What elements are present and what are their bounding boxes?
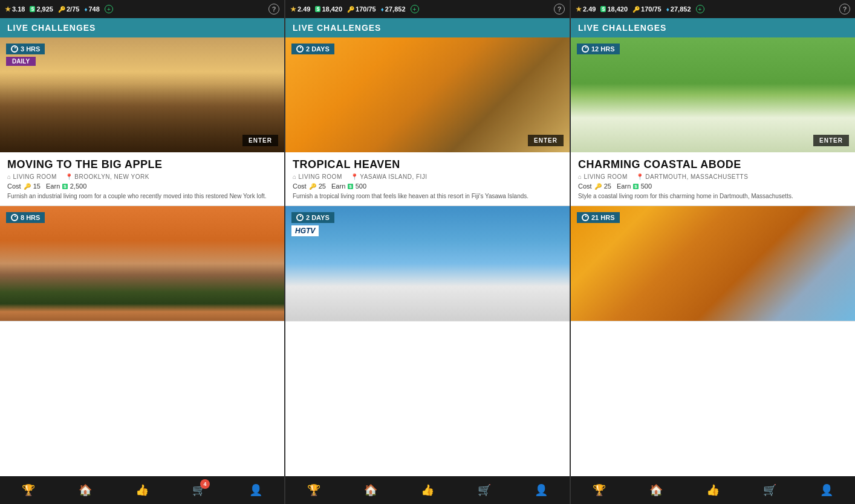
add-currency-button[interactable]: + xyxy=(696,5,704,13)
key-icon: 🔑 xyxy=(632,6,640,13)
nav-home[interactable]: 🏠 xyxy=(73,478,97,502)
diamond-icon: ♦ xyxy=(84,6,87,13)
room-type: ⌂ LIVING ROOM xyxy=(293,173,342,180)
challenges-content: 12 HRSENTERCHARMING COASTAL ABODE⌂ LIVIN… xyxy=(571,37,855,476)
star-icon: ★ xyxy=(5,5,11,13)
timer-badge: 2 DAYS xyxy=(291,44,334,54)
live-challenges-header: LIVE CHALLENGES xyxy=(0,18,284,37)
nav-shop[interactable]: 🛒 xyxy=(472,478,496,502)
nav-shop[interactable]: 🛒4 xyxy=(187,478,211,502)
nav-social[interactable]: 👍 xyxy=(130,478,154,502)
home-nav-icon: 🏠 xyxy=(79,483,92,497)
room-icon: ⌂ xyxy=(578,173,582,180)
challenge-info: CHARMING COASTAL ABODE⌂ LIVING ROOM📍 DAR… xyxy=(571,152,855,205)
diamonds-display: ♦ 748 xyxy=(84,5,99,13)
challenge-info: MOVING TO THE BIG APPLE⌂ LIVING ROOM📍 BR… xyxy=(0,152,284,205)
cash-icon: $ xyxy=(315,6,320,12)
room-icon: ⌂ xyxy=(7,173,11,180)
location-icon: 📍 xyxy=(351,173,359,180)
image-background xyxy=(285,206,570,321)
timer-text: 8 HRS xyxy=(21,214,40,221)
timer-badge: 8 HRS xyxy=(6,212,45,223)
timer-text: 2 DAYS xyxy=(306,45,330,53)
timer-text: 12 HRS xyxy=(591,45,615,53)
nav-home[interactable]: 🏠 xyxy=(644,478,668,502)
thumbsup-nav-icon: 👍 xyxy=(135,483,149,497)
timer-clock-icon xyxy=(11,45,18,53)
add-currency-button[interactable]: + xyxy=(411,5,419,13)
challenge-meta: ⌂ LIVING ROOM📍 YASAWA ISLAND, FIJI xyxy=(293,173,562,180)
home-nav-icon: 🏠 xyxy=(649,483,663,497)
phone-panel-panel1: ★ 3.18$ 2,925🔑 2/75♦ 748+?LIVE CHALLENGE… xyxy=(0,0,285,504)
nav-profile[interactable]: 👤 xyxy=(814,478,839,502)
phone-panel-panel3: ★ 2.49$ 18,420🔑 170/75♦ 27,852+?LIVE CHA… xyxy=(571,0,855,504)
help-button[interactable]: ? xyxy=(268,4,279,15)
star-icon: ★ xyxy=(290,5,296,13)
trophy-nav-icon: 🏆 xyxy=(22,483,35,497)
nav-social[interactable]: 👍 xyxy=(701,478,725,502)
challenges-content: 2 DAYSENTERTROPICAL HEAVEN⌂ LIVING ROOM📍… xyxy=(285,37,570,476)
challenge-cost: Cost 🔑 15 Earn $ 2,500 xyxy=(7,183,277,190)
enter-challenge-button[interactable]: ENTER xyxy=(528,135,564,146)
enter-challenge-button[interactable]: ENTER xyxy=(242,135,278,146)
nav-profile[interactable]: 👤 xyxy=(529,478,553,502)
challenge-image: 21 HRS xyxy=(571,206,855,321)
location-display: 📍 BROOKLYN, NEW YORK xyxy=(65,173,149,180)
challenge-image: 2 DAYSHGTV xyxy=(285,206,570,321)
nav-trophy[interactable]: 🏆 xyxy=(16,478,41,502)
diamond-icon: ♦ xyxy=(666,6,669,13)
diamonds-display: ♦ 27,852 xyxy=(666,5,691,13)
cash-display: $ 18,420 xyxy=(600,5,628,13)
cash-display: $ 18,420 xyxy=(315,5,342,13)
challenge-title: MOVING TO THE BIG APPLE xyxy=(7,158,277,171)
keys-display: 🔑 170/75 xyxy=(632,5,662,13)
challenge-card: 21 HRS xyxy=(571,206,855,321)
live-challenges-header: LIVE CHALLENGES xyxy=(571,18,855,37)
status-bar: ★ 3.18$ 2,925🔑 2/75♦ 748+? xyxy=(0,0,284,18)
timer-clock-icon xyxy=(11,214,18,221)
nav-trophy[interactable]: 🏆 xyxy=(587,478,611,502)
enter-challenge-button[interactable]: ENTER xyxy=(813,135,849,146)
help-button[interactable]: ? xyxy=(554,4,565,15)
nav-shop[interactable]: 🛒 xyxy=(758,478,782,502)
add-currency-button[interactable]: + xyxy=(105,5,113,13)
challenge-image: 12 HRSENTER xyxy=(571,37,855,152)
phone-panel-panel2: ★ 2.49$ 18,420🔑 170/75♦ 27,852+?LIVE CHA… xyxy=(285,0,571,504)
challenge-card: 2 DAYSHGTV xyxy=(285,206,570,321)
timer-badge: 12 HRS xyxy=(577,44,620,54)
key-icon: 🔑 xyxy=(347,6,354,13)
thumbsup-nav-icon: 👍 xyxy=(706,483,720,497)
nav-profile[interactable]: 👤 xyxy=(244,478,268,502)
challenge-meta: ⌂ LIVING ROOM📍 BROOKLYN, NEW YORK xyxy=(7,173,277,180)
challenge-title: TROPICAL HEAVEN xyxy=(293,158,562,171)
location-display: 📍 YASAWA ISLAND, FIJI xyxy=(351,173,427,180)
diamond-icon: ♦ xyxy=(381,6,384,13)
room-icon: ⌂ xyxy=(293,173,297,180)
live-challenges-header: LIVE CHALLENGES xyxy=(285,18,570,37)
nav-home[interactable]: 🏠 xyxy=(359,478,383,502)
home-nav-icon: 🏠 xyxy=(364,483,377,497)
help-button[interactable]: ? xyxy=(839,4,850,15)
daily-badge: DAILY xyxy=(6,57,36,66)
timer-text: 3 HRS xyxy=(21,45,40,53)
nav-trophy[interactable]: 🏆 xyxy=(302,478,326,502)
cash-icon: $ xyxy=(600,6,606,12)
location-icon: 📍 xyxy=(636,173,644,180)
nav-social[interactable]: 👍 xyxy=(415,478,440,502)
person-nav-icon: 👤 xyxy=(820,483,833,497)
cash-display: $ 2,925 xyxy=(30,5,53,13)
challenge-description: Furnish an industrial living room for a … xyxy=(7,192,277,201)
challenge-description: Furnish a tropical living room that feel… xyxy=(293,192,562,201)
challenge-card: 2 DAYSENTERTROPICAL HEAVEN⌂ LIVING ROOM📍… xyxy=(285,37,570,206)
challenge-image: 2 DAYSENTER xyxy=(285,37,570,152)
timer-clock-icon xyxy=(296,214,304,221)
timer-badge: 21 HRS xyxy=(577,212,620,223)
image-background xyxy=(0,206,284,321)
status-bar: ★ 2.49$ 18,420🔑 170/75♦ 27,852+? xyxy=(285,0,570,18)
rating-display: ★ 2.49 xyxy=(576,5,596,13)
room-type: ⌂ LIVING ROOM xyxy=(7,173,57,180)
challenge-image: 3 HRSDAILYENTER xyxy=(0,37,284,152)
image-background xyxy=(0,37,284,152)
rating-display: ★ 2.49 xyxy=(290,5,310,13)
cash-icon: $ xyxy=(30,6,35,12)
